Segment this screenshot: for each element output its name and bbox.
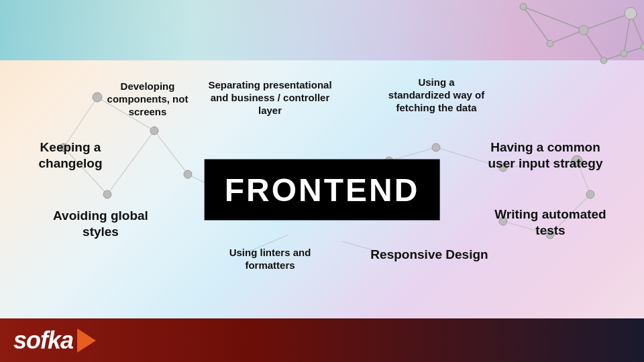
node-responsive: Responsive Design	[362, 247, 496, 263]
sofka-logo: sofka	[13, 326, 96, 355]
sofka-arrow-icon	[77, 328, 96, 353]
node-avoiding: Avoiding globalstyles	[37, 208, 164, 240]
node-separating: Separating presentationaland business / …	[205, 79, 335, 117]
sofka-text: sofka	[13, 326, 73, 355]
node-writing: Writing automatedtests	[482, 206, 619, 239]
bottom-bar: sofka	[0, 318, 644, 362]
top-band	[0, 0, 644, 60]
main-content: FRONTEND Developingcomponents, notscreen…	[0, 60, 644, 318]
node-keeping: Keeping achangelog	[17, 139, 124, 172]
frontend-title: FRONTEND	[205, 159, 440, 220]
node-linters: Using linters andformatters	[211, 247, 329, 272]
node-developing: Developingcomponents, notscreens	[94, 80, 201, 118]
node-standardized: Using astandardized way offetching the d…	[374, 76, 498, 114]
node-having: Having a commonuser input strategy	[475, 139, 616, 172]
